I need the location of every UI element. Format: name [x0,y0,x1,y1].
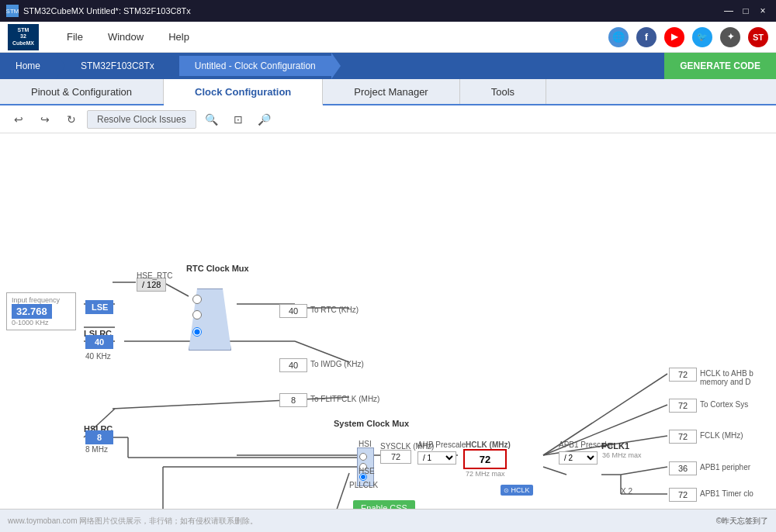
breadcrumb-home[interactable]: Home [0,56,56,76]
to-flit-label: To FLITFCLK (MHz) [310,395,379,403]
svg-line-4 [163,282,189,296]
app-logo: STM32CubeMX [8,24,39,50]
breadcrumb-device[interactable]: STM32F103C8Tx [65,56,170,76]
iwdg-val-box: 40 [279,358,307,372]
tab-project[interactable]: Project Manager [323,79,459,104]
facebook-icon[interactable]: f [636,27,656,47]
breadcrumb-arrow-2 [170,53,179,79]
sys-pll-label: PLLCLK [349,481,378,489]
menu-file[interactable]: File [54,28,95,46]
title-bar: STM STM32CubeMX Untitled*: STM32F103C8Tx… [0,0,776,22]
menu-right-icons: 🌐 f ▶ 🐦 ✦ ST [608,27,768,47]
rtc-mux-radio-3[interactable] [192,327,202,339]
lsi-40khz-label: 40 KHz [85,352,111,361]
zoom-fit-button[interactable]: ⊡ [227,109,249,130]
zoom-out-button[interactable]: 🔎 [254,109,275,130]
breadcrumb-config[interactable]: Untitled - Clock Configuration [179,56,331,76]
input-freq-1-box: Input frequency 32.768 0-1000 KHz [6,292,76,330]
apb1-peri-box: 36 [669,461,697,475]
breadcrumb-arrow-3 [331,53,341,79]
hsi-8mhz-label: 8 MHz [85,445,108,454]
generate-code-button[interactable]: GENERATE CODE [664,53,776,79]
hclk-ahb-box: 72 [669,368,697,382]
st-icon[interactable]: ST [748,27,768,47]
close-button[interactable]: × [756,4,770,18]
ahb-prescaler-label: AHB Prescale [417,440,466,449]
breadcrumb-arrow-1 [56,53,65,79]
tab-tools[interactable]: Tools [460,79,546,104]
svg-line-32 [318,473,349,509]
fclk-box: 72 [669,430,697,444]
to-cortex-label: To Cortex Sys [700,400,748,409]
maximize-button[interactable]: □ [739,4,753,18]
pclk1-label: PCLK1 [601,441,629,451]
input-freq-1-range: 0-1000 KHz [12,319,71,326]
app-icon: STM [6,5,19,17]
sys-mux-radio-hsi[interactable] [359,452,367,463]
rtc-clock-mux-label: RTC Clock Mux [186,264,249,273]
hclk-icon: ⊙ HCLK [501,485,533,496]
clock-diagram-area: Input frequency 32.768 0-1000 KHz LSE LS… [0,133,776,509]
rtc-mux-radio-2[interactable] [192,310,202,322]
redo-button[interactable]: ↪ [34,109,56,130]
minimize-button[interactable]: — [722,4,736,18]
input-freq-1-label: Input frequency [12,296,71,304]
resolve-clock-button[interactable]: Resolve Clock Issues [87,110,196,129]
hclk-to-ahb-label: HCLK to AHB b memory and D [700,369,776,386]
menu-window[interactable]: Window [95,28,156,46]
system-clock-mux-label: System Clock Mux [334,419,409,428]
zoom-in-button[interactable]: 🔍 [201,109,223,130]
sysclk-val-box: 72 [380,450,411,464]
hclk-val-box: 72 [463,449,507,469]
apb1-peri-label: APB1 peripher [700,463,750,472]
svg-line-22 [621,467,667,475]
cortex-box: 72 [669,399,697,413]
to-iwdg-label: To IWDG (KHz) [310,360,364,368]
enable-css-button[interactable]: Enable CSS [353,500,415,509]
refresh-button[interactable]: ↻ [61,109,82,130]
svg-line-20 [543,467,566,475]
tab-bar: Pinout & Configuration Clock Configurati… [0,79,776,105]
globe-icon[interactable]: 🌐 [608,27,629,47]
lse-box: LSE [85,300,113,314]
hse-rtc-label: HSE_RTC [137,271,173,280]
lsi-40-box: 40 [85,335,113,349]
twitter-icon[interactable]: 🐦 [692,27,712,47]
input-freq-1-value: 32.768 [12,304,52,319]
apb1-timer-label: APB1 Timer clo [700,489,753,498]
menu-bar: STM32CubeMX File Window Help 🌐 f ▶ 🐦 ✦ S… [0,22,776,53]
network-icon[interactable]: ✦ [720,27,740,47]
apb1-prescaler-select[interactable]: / 2 [559,451,598,465]
sys-hse-label: HSE [359,467,375,475]
apb1-timer-box: 72 [669,488,697,502]
hsi-box: 8 [85,430,113,444]
flit-val-box: 8 [279,393,307,407]
footer-watermark: www.toymoban.com 网络图片仅供展示，非行销；如有侵权请联系删除。 [8,516,258,527]
window-controls: — □ × [722,4,770,18]
undo-button[interactable]: ↩ [8,109,29,130]
hclk-max-label: 72 MHz max [466,470,505,478]
apb1-x2-label: X 2 [621,487,632,496]
clock-diagram: Input frequency 32.768 0-1000 KHz LSE LS… [0,133,776,509]
fclk-label: FCLK (MHz) [700,431,743,440]
breadcrumb-bar: Home STM32F103C8Tx Untitled - Clock Conf… [0,53,776,79]
youtube-icon[interactable]: ▶ [664,27,684,47]
tab-pinout[interactable]: Pinout & Configuration [0,79,164,104]
hclk-label: HCLK (MHz) [466,440,511,449]
to-rtc-label: To RTC (KHz) [310,306,359,314]
title-text: STM32CubeMX Untitled*: STM32F103C8Tx [23,6,191,16]
apb1-max-label: 36 MHz max [602,451,642,459]
tab-clock[interactable]: Clock Configuration [164,79,323,105]
footer-right: ©昨天忘签到了 [716,516,768,527]
toolbar: ↩ ↪ ↻ Resolve Clock Issues 🔍 ⊡ 🔎 [0,105,776,133]
rtc-mux-radio-1[interactable] [192,295,202,306]
sys-hsi-label: HSI [359,440,372,448]
rtc-val-box: 40 [279,304,307,318]
menu-help[interactable]: Help [156,28,202,46]
ahb-prescaler-select[interactable]: / 1 [417,451,456,465]
footer: www.toymoban.com 网络图片仅供展示，非行销；如有侵权请联系删除。… [0,509,776,532]
